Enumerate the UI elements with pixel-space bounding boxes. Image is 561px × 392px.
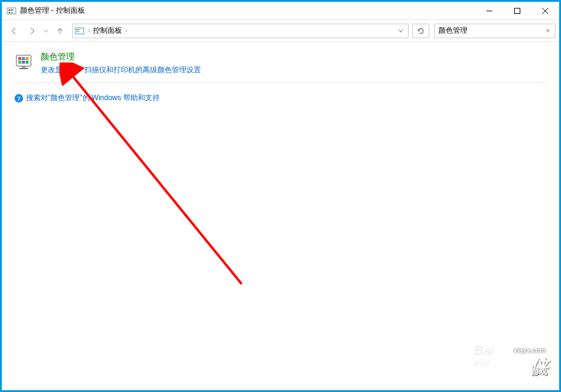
svg-rect-22 <box>25 61 29 64</box>
toolbar: › 控制面板 › × <box>2 20 559 42</box>
address-bar[interactable]: › 控制面板 › <box>72 24 409 38</box>
svg-rect-13 <box>78 31 80 32</box>
svg-rect-21 <box>22 61 25 64</box>
result-item-color-management: 颜色管理 更改显示器、扫描仪和打印机的高级颜色管理设置 <box>14 52 547 83</box>
watermark-xia-logo: 侠 <box>530 354 548 379</box>
address-icon <box>74 25 85 36</box>
address-separator-icon: › <box>123 27 129 34</box>
minimize-button[interactable] <box>475 2 503 19</box>
svg-rect-15 <box>22 66 25 68</box>
window-title: 颜色管理 - 控制面板 <box>20 5 475 16</box>
address-separator-icon: › <box>86 27 92 34</box>
refresh-button[interactable] <box>412 24 429 38</box>
svg-rect-19 <box>25 57 29 60</box>
svg-rect-3 <box>8 12 10 13</box>
svg-rect-17 <box>18 57 21 60</box>
close-button[interactable] <box>531 2 559 19</box>
result-description-link[interactable]: 更改显示器、扫描仪和打印机的高级颜色管理设置 <box>41 65 201 75</box>
search-box[interactable]: × <box>434 24 556 38</box>
maximize-button[interactable] <box>503 2 531 19</box>
address-dropdown-icon[interactable] <box>395 29 407 33</box>
svg-rect-20 <box>18 61 21 64</box>
svg-rect-6 <box>515 8 520 13</box>
color-management-icon <box>14 52 35 72</box>
svg-rect-11 <box>78 29 80 30</box>
svg-rect-18 <box>22 57 25 60</box>
svg-rect-2 <box>11 9 13 11</box>
content-area: 颜色管理 更改显示器、扫描仪和打印机的高级颜色管理设置 ? 搜索对"颜色管理"的… <box>2 42 559 113</box>
svg-rect-10 <box>76 29 78 30</box>
svg-rect-12 <box>76 31 78 32</box>
watermark-jingyan: jingy <box>474 359 489 367</box>
search-clear-icon[interactable]: × <box>544 26 551 35</box>
address-segment-control-panel[interactable]: 控制面板 <box>92 25 123 36</box>
watermark-xia-sub: 游戏 <box>531 366 547 377</box>
help-icon: ? <box>14 93 24 103</box>
svg-rect-1 <box>8 9 10 11</box>
window-controls <box>475 2 559 19</box>
result-title-link[interactable]: 颜色管理 <box>41 52 201 63</box>
app-icon <box>7 6 16 16</box>
recent-dropdown[interactable] <box>42 22 50 39</box>
back-button[interactable] <box>5 22 22 39</box>
watermark-xia-url: xiayx.com <box>514 346 546 354</box>
watermark-baidu: Bai <box>474 343 494 359</box>
search-input[interactable] <box>438 27 544 35</box>
help-link[interactable]: 搜索对"颜色管理"的 Windows 帮助和支持 <box>26 93 160 103</box>
up-button[interactable] <box>52 22 69 39</box>
svg-text:?: ? <box>17 95 21 102</box>
forward-button[interactable] <box>24 22 41 39</box>
result-text: 颜色管理 更改显示器、扫描仪和打印机的高级颜色管理设置 <box>41 52 201 75</box>
svg-rect-16 <box>19 68 28 69</box>
svg-rect-4 <box>11 12 13 13</box>
titlebar: 颜色管理 - 控制面板 <box>2 2 559 20</box>
help-link-row: ? 搜索对"颜色管理"的 Windows 帮助和支持 <box>14 93 547 103</box>
